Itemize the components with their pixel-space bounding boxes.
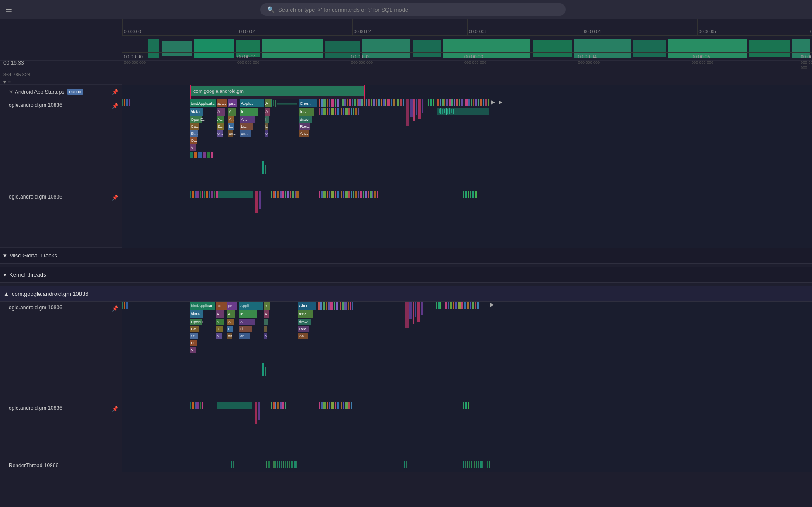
svg-rect-134 [442, 99, 444, 106]
svg-rect-103 [357, 99, 358, 106]
svg-rect-93 [331, 99, 334, 107]
com-google-section[interactable]: ▲ com.google.android.gm 10836 [0, 286, 812, 302]
svg-text:I: I [265, 117, 267, 122]
menu-icon[interactable]: ☰ [5, 5, 12, 14]
svg-rect-188 [262, 161, 264, 174]
svg-rect-378 [343, 402, 344, 409]
svg-rect-330 [413, 302, 414, 324]
svg-rect-145 [468, 99, 470, 106]
ts-05: 00:00:05000 000 000 [690, 54, 713, 65]
svg-rect-337 [445, 302, 447, 309]
secondary-ruler: 00:00:00000 000 000 00:00:01000 000 000 … [122, 52, 812, 60]
pin-second-1[interactable]: 📌 [112, 195, 118, 201]
svg-rect-381 [351, 402, 352, 409]
close-icon[interactable]: ✕ [9, 89, 13, 95]
track-label-com-1: ogle.android.gm 10836 📌 [0, 302, 122, 402]
timeline-container: 00:00:00 00:00:01 00:00:02 00:00:03 00:0… [0, 19, 812, 507]
svg-text:S...: S... [217, 327, 223, 331]
svg-rect-131 [433, 99, 434, 106]
svg-rect-377 [341, 402, 342, 409]
svg-rect-92 [329, 99, 330, 107]
svg-rect-390 [273, 461, 275, 468]
settings-icon[interactable]: ≡ [8, 79, 11, 85]
svg-rect-208 [277, 191, 279, 198]
svg-rect-132 [437, 99, 439, 106]
svg-rect-243 [468, 191, 469, 198]
pin-com-1[interactable]: 📌 [112, 305, 118, 312]
svg-text:A...: A... [217, 110, 224, 114]
svg-rect-116 [387, 99, 390, 106]
svg-rect-176 [444, 109, 445, 113]
svg-rect-247 [122, 302, 123, 309]
svg-rect-159 [327, 108, 328, 115]
svg-rect-238 [372, 191, 373, 198]
svg-text:act...: act... [217, 101, 226, 106]
svg-rect-137 [449, 99, 451, 106]
svg-rect-226 [343, 191, 344, 198]
svg-rect-410 [474, 461, 475, 468]
svg-rect-119 [396, 99, 396, 106]
svg-text:/data...: /data... [191, 110, 203, 114]
overview-minimap[interactable]: 00:00:00000 000 000 00:00:01000 000 000 … [0, 37, 812, 61]
kernel-threads-label: Kernel threads [9, 271, 46, 278]
svg-rect-146 [471, 99, 472, 106]
svg-rect-142 [461, 99, 463, 106]
kernel-spacer [0, 283, 812, 286]
svg-rect-328 [405, 302, 409, 328]
svg-rect-229 [351, 191, 352, 198]
track-row-second-1: ogle.android.gm 10836 📌 [0, 191, 812, 248]
com-google-label: com.google.android.gm 10836 [12, 291, 89, 297]
svg-rect-416 [487, 461, 488, 468]
svg-rect-150 [480, 99, 482, 106]
svg-text:Li...: Li... [240, 327, 247, 331]
svg-rect-336 [440, 302, 441, 309]
svg-text:O...: O... [191, 138, 197, 143]
svg-rect-174 [440, 108, 441, 114]
svg-rect-144 [465, 99, 468, 106]
svg-rect-376 [337, 402, 339, 409]
rows-container[interactable]: ✕ Android App Startups metric 📌 com.goog… [0, 85, 812, 507]
svg-rect-384 [468, 402, 469, 409]
search-bar[interactable]: 🔍 Search or type '>' for commands or ':'… [260, 3, 566, 16]
svg-rect-181 [453, 109, 454, 114]
svg-rect-331 [415, 302, 416, 317]
svg-rect-118 [393, 99, 395, 106]
svg-text:St...: St... [191, 334, 198, 338]
svg-rect-117 [391, 99, 392, 106]
svg-rect-113 [381, 99, 382, 106]
collapse-icon[interactable]: ▾ [3, 79, 6, 85]
svg-rect-99 [347, 99, 348, 106]
pin-icon-startups[interactable]: 📌 [112, 89, 118, 95]
svg-text:An...: An... [299, 334, 307, 338]
svg-rect-202 [218, 191, 253, 198]
svg-rect-339 [450, 302, 452, 309]
svg-rect-110 [373, 99, 375, 106]
svg-rect-406 [465, 461, 466, 468]
svg-text:I...: I... [228, 327, 232, 331]
svg-rect-411 [476, 461, 477, 468]
plus-button[interactable]: + [3, 66, 7, 72]
svg-rect-407 [467, 461, 468, 468]
svg-rect-184 [198, 152, 202, 158]
svg-rect-413 [480, 461, 482, 468]
pin-com-2[interactable]: 📌 [112, 406, 118, 412]
svg-rect-164 [341, 108, 342, 115]
svg-rect-124 [410, 99, 413, 117]
misc-global-section[interactable]: ▾ Misc Global Tracks [0, 248, 812, 264]
svg-rect-89 [321, 99, 323, 107]
flamechart-svg-3: bindApplicat... /data... OpenD... Ge... … [122, 302, 812, 402]
svg-rect-91 [327, 99, 328, 107]
kernel-threads-section[interactable]: ▾ Kernel threads [0, 267, 812, 283]
startup-bar: com.google.android.gm [190, 86, 365, 96]
svg-rect-369 [319, 402, 320, 409]
metric-badge: metric [67, 89, 83, 95]
svg-rect-94 [335, 99, 336, 107]
android-startups-text: Android App Startups [15, 89, 64, 95]
svg-text:o: o [265, 131, 268, 136]
svg-rect-211 [285, 191, 286, 198]
svg-text:In...: In... [241, 110, 248, 114]
pin-main-1[interactable]: 📌 [112, 103, 118, 109]
track-row-main-1: ogle.android.gm 10836 📌 bindApplicat... [0, 99, 812, 191]
icons-row: ▾ ≡ [3, 79, 122, 85]
svg-rect-386 [233, 461, 234, 468]
